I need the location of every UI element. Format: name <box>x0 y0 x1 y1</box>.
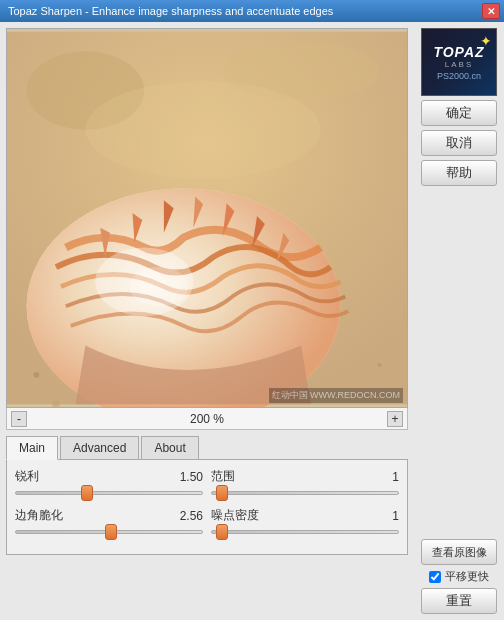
cancel-button[interactable]: 取消 <box>421 130 497 156</box>
tab-content-main: 锐利 1.50 范围 1 <box>6 460 408 555</box>
param-header-sharpness: 锐利 1.50 <box>15 468 203 485</box>
tab-advanced[interactable]: Advanced <box>60 436 139 459</box>
logo-box: ✦ TOPAZ LABS PS2000.cn <box>421 28 497 96</box>
view-original-button[interactable]: 查看原图像 <box>421 539 497 565</box>
logo-star-icon: ✦ <box>480 33 492 49</box>
range-label: 范围 <box>211 468 235 485</box>
range-slider[interactable] <box>211 491 399 495</box>
zoom-in-button[interactable]: + <box>387 411 403 427</box>
tab-main[interactable]: Main <box>6 436 58 460</box>
range-value: 1 <box>392 470 399 484</box>
noise-density-label: 噪点密度 <box>211 507 259 524</box>
edge-crisp-slider[interactable] <box>15 530 203 534</box>
svg-point-10 <box>378 363 382 367</box>
noise-density-thumb[interactable] <box>216 524 228 540</box>
param-header-range: 范围 1 <box>211 468 399 485</box>
svg-point-9 <box>33 372 39 378</box>
right-panel: ✦ TOPAZ LABS PS2000.cn 确定 取消 帮助 查看原图像 平移… <box>414 22 504 620</box>
logo-brand: TOPAZ <box>433 44 484 60</box>
noise-density-slider[interactable] <box>211 530 399 534</box>
param-row-1: 锐利 1.50 范围 1 <box>15 468 399 495</box>
pan-checkbox-label: 平移更快 <box>445 569 489 584</box>
param-header-edge-crisp: 边角脆化 2.56 <box>15 507 203 524</box>
tabs-header: Main Advanced About <box>6 436 408 460</box>
param-row-2: 边角脆化 2.56 噪点密度 1 <box>15 507 399 534</box>
sharpness-slider[interactable] <box>15 491 203 495</box>
title-bar: Topaz Sharpen - Enhance image sharpness … <box>0 0 504 22</box>
main-layout: 红动中国 WWW.REDOCN.COM - 200 % + Main Advan… <box>0 22 504 620</box>
reset-button[interactable]: 重置 <box>421 588 497 614</box>
param-group-range: 范围 1 <box>211 468 399 495</box>
window-title: Topaz Sharpen - Enhance image sharpness … <box>8 5 482 17</box>
tabs-panel: Main Advanced About 锐利 1.50 <box>6 436 408 614</box>
param-header-noise-density: 噪点密度 1 <box>211 507 399 524</box>
zoom-bar: - 200 % + <box>6 408 408 430</box>
edge-crisp-value: 2.56 <box>180 509 203 523</box>
pan-checkbox[interactable]: 平移更快 <box>429 569 489 584</box>
edge-crisp-label: 边角脆化 <box>15 507 63 524</box>
preview-area: 红动中国 WWW.REDOCN.COM <box>6 28 408 408</box>
noise-density-value: 1 <box>392 509 399 523</box>
range-thumb[interactable] <box>216 485 228 501</box>
tab-about[interactable]: About <box>141 436 198 459</box>
confirm-button[interactable]: 确定 <box>421 100 497 126</box>
close-button[interactable]: ✕ <box>482 3 500 19</box>
param-group-noise-density: 噪点密度 1 <box>211 507 399 534</box>
left-panel: 红动中国 WWW.REDOCN.COM - 200 % + Main Advan… <box>0 22 414 620</box>
svg-point-4 <box>85 81 320 179</box>
sharpness-thumb[interactable] <box>81 485 93 501</box>
pan-checkbox-input[interactable] <box>429 571 441 583</box>
logo-code: PS2000.cn <box>437 71 481 81</box>
edge-crisp-thumb[interactable] <box>105 524 117 540</box>
sharpness-value: 1.50 <box>180 470 203 484</box>
preview-watermark: 红动中国 WWW.REDOCN.COM <box>269 388 404 403</box>
help-button[interactable]: 帮助 <box>421 160 497 186</box>
param-group-sharpness: 锐利 1.50 <box>15 468 203 495</box>
logo-sub: LABS <box>445 60 473 69</box>
param-group-edge-crisp: 边角脆化 2.56 <box>15 507 203 534</box>
zoom-out-button[interactable]: - <box>11 411 27 427</box>
sharpness-label: 锐利 <box>15 468 39 485</box>
zoom-level: 200 % <box>190 412 224 426</box>
svg-point-8 <box>130 267 189 306</box>
